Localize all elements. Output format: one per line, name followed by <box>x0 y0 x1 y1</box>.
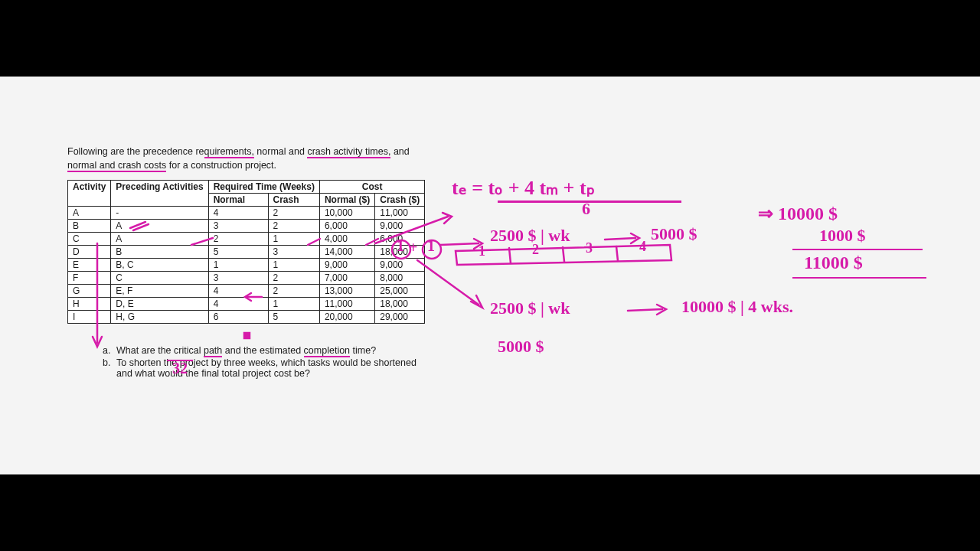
col-crash-time: Crash <box>268 194 319 207</box>
col-cost: Cost <box>319 181 424 194</box>
svg-line-6 <box>563 247 564 262</box>
square-mark-icon <box>243 332 251 340</box>
col-normal-cost: Normal ($) <box>319 194 374 207</box>
table-cell: F <box>68 272 111 285</box>
col-crash-cost: Crash ($) <box>375 194 425 207</box>
table-cell: 6,000 <box>319 220 374 233</box>
arrow-down-right-icon <box>413 260 490 314</box>
activity-table: Activity Preceding Activities Required T… <box>67 180 425 324</box>
bar-label-3: 3 <box>586 240 593 256</box>
table-cell: 5 <box>268 311 319 324</box>
table-cell: C <box>68 233 111 246</box>
hand-circled-1b: 1 <box>427 237 435 255</box>
svg-rect-17 <box>244 333 250 338</box>
svg-line-8 <box>417 260 479 305</box>
hand-line <box>167 360 193 361</box>
bar-label-1: 1 <box>479 243 485 259</box>
svg-line-7 <box>616 246 618 261</box>
bar-label-2: 2 <box>532 242 539 258</box>
table-cell: H, G <box>111 311 208 324</box>
table-cell: 11,000 <box>319 298 374 311</box>
table-cell: D <box>68 246 111 259</box>
table-cell: 10,000 <box>319 207 374 220</box>
tick-icon <box>308 239 322 246</box>
intro-underlined: crash activity times, <box>307 146 390 158</box>
checkmark-icon <box>129 220 152 231</box>
tick-icon <box>366 239 380 246</box>
table-cell: A <box>111 220 208 233</box>
hand-1000: 1000 $ <box>819 226 866 246</box>
table-cell: 1 <box>268 298 319 311</box>
table-cell: 2 <box>268 272 319 285</box>
intro-text: normal and <box>254 146 307 157</box>
table-cell: - <box>111 207 208 220</box>
table-cell: H <box>68 298 111 311</box>
table-cell: 2 <box>268 285 319 298</box>
table-row: BA326,0009,000 <box>68 220 425 233</box>
question-a: What are the critical path and the estim… <box>113 345 435 356</box>
table-cell: 4 <box>208 207 268 220</box>
table-header-row: Activity Preceding Activities Required T… <box>68 181 425 194</box>
svg-line-15 <box>366 239 378 245</box>
svg-line-13 <box>191 238 213 245</box>
table-cell: D, E <box>111 298 208 311</box>
table-cell: A <box>68 207 111 220</box>
table-row: FC327,0008,000 <box>68 272 425 285</box>
hand-11000: 11000 $ <box>804 253 863 273</box>
table-cell: 14,000 <box>319 246 374 259</box>
table-row: EB, C119,0009,000 <box>68 259 425 272</box>
table-cell: 3 <box>268 246 319 259</box>
table-cell: 9,000 <box>319 259 374 272</box>
strike-icon <box>191 237 214 246</box>
hand-5000: 5000 $ <box>651 224 697 244</box>
table-cell: 5 <box>208 246 268 259</box>
hand-2500wk-b: 2500 $ | wk <box>490 298 570 318</box>
intro-text: Following are the precedence re <box>67 146 204 157</box>
table-cell: 6 <box>208 311 268 324</box>
col-reqtime: Required Time (Weeks) <box>208 181 319 194</box>
intro-underlined: normal and crash costs <box>67 160 166 172</box>
svg-line-9 <box>628 309 662 311</box>
arrow-right-icon <box>628 305 670 317</box>
table-cell: 13,000 <box>319 285 374 298</box>
table-row: IH, G6520,00029,000 <box>68 311 425 324</box>
hand-plus: + <box>409 239 417 256</box>
whiteboard: Following are the precedence requirement… <box>0 77 980 474</box>
question-b: To shorten the project by three weeks, w… <box>113 357 435 379</box>
table-cell: B, C <box>111 259 208 272</box>
intro-text: for a construction project. <box>166 160 276 171</box>
hand-circled-1a: 1 <box>397 237 404 255</box>
table-cell: 7,000 <box>319 272 374 285</box>
table-cell: E <box>68 259 111 272</box>
hand-sum-line <box>792 277 926 279</box>
svg-line-14 <box>308 239 320 245</box>
svg-line-4 <box>605 238 635 240</box>
col-activity: Activity <box>68 181 111 207</box>
intro-paragraph: Following are the precedence requirement… <box>67 145 435 172</box>
table-cell: 3 <box>208 272 268 285</box>
arrow-left-icon <box>243 292 263 302</box>
problem-text: Following are the precedence requirement… <box>67 145 435 389</box>
table-cell: 2 <box>268 207 319 220</box>
table-cell: 3 <box>208 220 268 233</box>
table-row: DB5314,00018,000 <box>68 246 425 259</box>
table-cell: 20,000 <box>319 311 374 324</box>
table-cell: 2 <box>268 220 319 233</box>
table-cell: E, F <box>111 285 208 298</box>
intro-text: and <box>390 146 409 157</box>
table-cell: 1 <box>268 259 319 272</box>
hand-10000-4wks: 10000 $ | 4 wks. <box>681 297 793 317</box>
col-normal-time: Normal <box>208 194 268 207</box>
arrow-down-icon <box>92 243 103 350</box>
intro-underlined: quirements, <box>204 146 254 158</box>
bar-label-4: 4 <box>639 239 646 255</box>
hand-sum-32: 32 <box>172 360 188 377</box>
hand-formula-top: tₑ = tₒ + 4 tₘ + tₚ <box>452 176 595 200</box>
table-cell: 2 <box>208 233 268 246</box>
question-list: What are the critical path and the estim… <box>83 345 435 379</box>
table-row: A-4210,00011,000 <box>68 207 425 220</box>
table-cell: B <box>68 220 111 233</box>
col-preceding: Preceding Activities <box>111 181 208 207</box>
table-cell: G <box>68 285 111 298</box>
hand-10000: ⇒ 10000 $ <box>758 203 838 224</box>
